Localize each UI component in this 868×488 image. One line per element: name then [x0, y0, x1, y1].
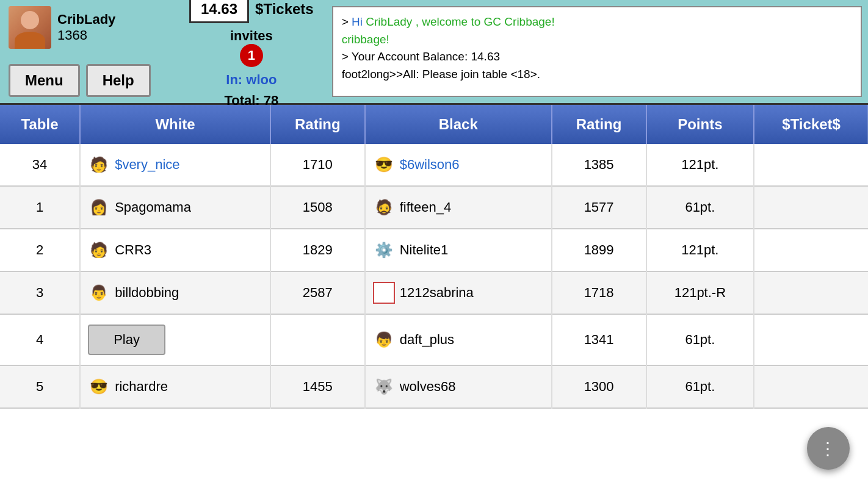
username-rating: CribLady 1368 — [57, 12, 115, 43]
cell-tickets — [754, 314, 868, 365]
cell-white-player: 👨billdobbing — [80, 271, 270, 314]
cell-points: 61pt. — [646, 186, 754, 229]
buttons-row: Menu Help — [9, 64, 168, 97]
table-row[interactable]: 1👩Spagomama1508🧔fifteen_4157761pt. — [0, 186, 868, 229]
cell-white-rating: 1710 — [270, 144, 365, 186]
col-tickets: $Ticket$ — [754, 105, 868, 144]
cell-table-num: 2 — [0, 229, 80, 271]
cell-tickets — [754, 144, 868, 186]
cell-black-rating: 1341 — [552, 314, 646, 365]
black-player-name: fifteen_4 — [400, 199, 451, 215]
invites-label: invites — [230, 28, 273, 44]
cell-points: 121pt. — [646, 229, 754, 271]
cell-black-rating: 1577 — [552, 186, 646, 229]
user-rating: 1368 — [57, 27, 115, 43]
tickets-balance: 14.63 — [189, 0, 249, 23]
table-row[interactable]: 5😎richardre1455🐺wolves68130061pt. — [0, 365, 868, 408]
white-player-link[interactable]: $very_nice — [115, 157, 179, 173]
cell-white-player: 🧑$very_nice — [80, 144, 270, 186]
fab-button[interactable]: ⋮ — [807, 427, 850, 470]
cell-tickets — [754, 365, 868, 408]
cell-black-player: 🐺wolves68 — [365, 365, 552, 408]
black-player-name: wolves68 — [400, 379, 456, 395]
invites-block: invites 1 — [230, 28, 273, 67]
table-row[interactable]: 4Play👦daft_plus134161pt. — [0, 314, 868, 365]
black-player-name: Nitelite1 — [400, 242, 448, 258]
black-player-link[interactable]: $6wilson6 — [400, 157, 460, 173]
white-player-name: Spagomama — [115, 199, 191, 215]
cell-tickets — [754, 186, 868, 229]
cell-white-rating: 2587 — [270, 271, 365, 314]
header-left: CribLady 1368 Menu Help — [0, 0, 177, 103]
cell-white-rating: 1508 — [270, 186, 365, 229]
col-points: Points — [646, 105, 754, 144]
cell-black-player: 👦daft_plus — [365, 314, 552, 365]
cell-table-num: 1 — [0, 186, 80, 229]
col-white-rating: Rating — [270, 105, 365, 144]
col-black: Black — [365, 105, 552, 144]
cell-black-rating: 1385 — [552, 144, 646, 186]
cell-white-rating: 1455 — [270, 365, 365, 408]
fab-dots-icon: ⋮ — [819, 439, 837, 459]
cell-white-player: 👩Spagomama — [80, 186, 270, 229]
chat-line-4: foot2long>>All: Please join table <18>. — [342, 66, 852, 84]
cell-black-player: 😎$6wilson6 — [365, 144, 552, 186]
cell-white-rating: 1829 — [270, 229, 365, 271]
white-player-name: billdobbing — [115, 285, 179, 301]
cell-points: 61pt. — [646, 365, 754, 408]
chat-cribbage: cribbage! — [342, 33, 389, 46]
table-row[interactable]: 34🧑$very_nice1710😎$6wilson61385121pt. — [0, 144, 868, 186]
black-player-name: 1212sabrina — [400, 285, 474, 301]
total-label: Total: 78 — [224, 93, 278, 109]
chat-welcome: , welcome to GC Cribbage! — [416, 15, 555, 28]
cell-points: 121pt. — [646, 144, 754, 186]
cell-tickets — [754, 271, 868, 314]
table-header: Table White Rating Black Rating Points $… — [0, 105, 868, 144]
tickets-label: $Tickets — [255, 1, 314, 18]
black-player-name: daft_plus — [400, 332, 454, 348]
table-body: 34🧑$very_nice1710😎$6wilson61385121pt.1👩S… — [0, 144, 868, 408]
table-row[interactable]: 3👨billdobbing25871212sabrina1718121pt.-R — [0, 271, 868, 314]
invites-badge[interactable]: 1 — [240, 44, 263, 67]
white-player-name: CRR3 — [115, 242, 151, 258]
header-row: Table White Rating Black Rating Points $… — [0, 105, 868, 144]
col-black-rating: Rating — [552, 105, 646, 144]
empty-avatar-icon — [373, 282, 395, 304]
chat-username: CribLady — [366, 15, 412, 28]
cell-table-num: 5 — [0, 365, 80, 408]
menu-button[interactable]: Menu — [9, 64, 80, 97]
cell-white-player: Play — [80, 314, 270, 365]
chat-hi: Hi — [352, 15, 366, 28]
user-info: CribLady 1368 — [9, 6, 168, 49]
header: CribLady 1368 Menu Help 14.63 $Tickets i… — [0, 0, 868, 105]
cell-black-rating: 1899 — [552, 229, 646, 271]
cell-table-num: 4 — [0, 314, 80, 365]
chat-line-3: > Your Account Balance: 14.63 — [342, 48, 852, 66]
col-table: Table — [0, 105, 80, 144]
chat-line-1: > Hi CribLady , welcome to GC Cribbage! — [342, 13, 852, 31]
white-player-name: richardre — [115, 379, 168, 395]
avatar — [9, 6, 51, 49]
cell-white-player: 😎richardre — [80, 365, 270, 408]
cell-table-num: 3 — [0, 271, 80, 314]
col-white: White — [80, 105, 270, 144]
chat-arrow: > — [342, 15, 352, 28]
cell-points: 61pt. — [646, 314, 754, 365]
game-table: Table White Rating Black Rating Points $… — [0, 105, 868, 409]
help-button[interactable]: Help — [86, 64, 151, 97]
header-middle: 14.63 $Tickets invites 1 In: wloo Total:… — [177, 0, 326, 103]
cell-tickets — [754, 229, 868, 271]
cell-black-player: 🧔fifteen_4 — [365, 186, 552, 229]
username: CribLady — [57, 12, 115, 27]
cell-black-player: 1212sabrina — [365, 271, 552, 314]
cell-points: 121pt.-R — [646, 271, 754, 314]
cell-black-rating: 1718 — [552, 271, 646, 314]
play-button[interactable]: Play — [88, 325, 165, 355]
table-row[interactable]: 2🧑CRR31829⚙️Nitelite11899121pt. — [0, 229, 868, 271]
cell-black-rating: 1300 — [552, 365, 646, 408]
cell-table-num: 34 — [0, 144, 80, 186]
cell-white-rating — [270, 314, 365, 365]
tickets-row: 14.63 $Tickets — [189, 0, 314, 23]
cell-black-player: ⚙️Nitelite1 — [365, 229, 552, 271]
chat-line-2: cribbage! — [342, 31, 852, 49]
